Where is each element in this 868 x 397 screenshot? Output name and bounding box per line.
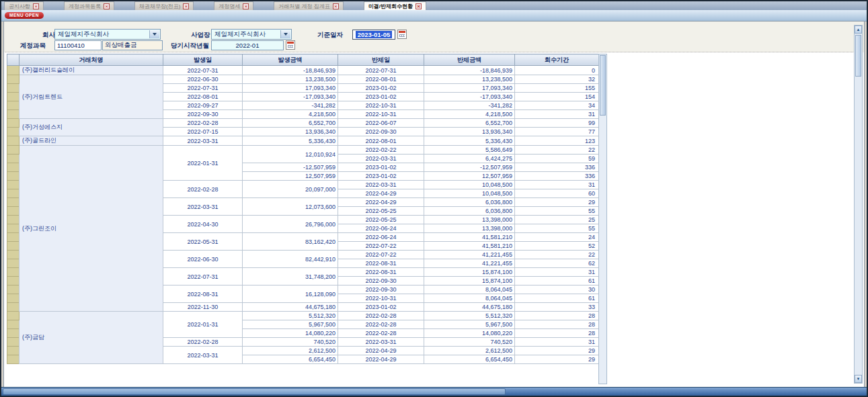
collection-days-cell[interactable]: 31 (515, 268, 599, 277)
row-indicator[interactable] (7, 251, 19, 259)
issue-amount-cell[interactable]: 6,654,450 (243, 355, 338, 364)
settle-amount-cell[interactable]: -12,507,959 (424, 163, 515, 172)
close-icon[interactable]: × (416, 3, 422, 9)
scrollbar-thumb[interactable] (3, 388, 506, 395)
issue-date-cell[interactable]: 2022-08-31 (163, 285, 243, 303)
issue-date-cell[interactable]: 2022-02-28 (163, 181, 243, 198)
account-code-input[interactable]: 11100410 (54, 40, 102, 50)
settle-amount-cell[interactable]: 12,507,959 (424, 172, 515, 181)
settle-date-cell[interactable]: 2022-03-31 (338, 181, 424, 189)
collection-days-cell[interactable]: 22 (515, 146, 599, 155)
settle-amount-cell[interactable]: 41,221,455 (424, 259, 515, 268)
collection-days-cell[interactable]: 62 (515, 259, 599, 268)
settle-amount-cell[interactable]: 41,581,210 (424, 242, 515, 251)
scroll-down-icon[interactable]: ▼ (855, 375, 862, 383)
row-indicator[interactable] (7, 285, 19, 294)
row-indicator[interactable] (7, 216, 19, 224)
settle-amount-cell[interactable]: 6,036,800 (424, 198, 515, 207)
settle-date-cell[interactable]: 2022-06-24 (338, 233, 424, 242)
issue-amount-cell[interactable]: 13,936,340 (243, 128, 338, 136)
settle-date-cell[interactable]: 2022-04-29 (338, 347, 424, 355)
scrollbar-thumb[interactable] (600, 55, 606, 116)
row-indicator[interactable] (7, 294, 19, 303)
issue-date-cell[interactable]: 2022-07-31 (163, 66, 243, 75)
issue-date-cell[interactable]: 2022-04-30 (163, 216, 243, 233)
settle-date-cell[interactable]: 2022-09-30 (338, 128, 424, 136)
settle-date-cell[interactable]: 2022-09-30 (338, 277, 424, 285)
close-icon[interactable]: × (333, 3, 339, 9)
row-indicator[interactable] (7, 66, 19, 75)
row-indicator[interactable] (7, 268, 19, 277)
issue-amount-cell[interactable]: 12,073,600 (243, 198, 338, 216)
settle-date-cell[interactable]: 2022-08-31 (338, 268, 424, 277)
settle-amount-cell[interactable]: 13,936,340 (424, 128, 515, 136)
collection-days-cell[interactable]: 31 (515, 181, 599, 189)
scroll-up-icon[interactable]: ▲ (855, 26, 862, 34)
issue-amount-cell[interactable]: 82,442,910 (243, 251, 338, 268)
tab-2[interactable]: 계정과목등록× (64, 1, 114, 10)
issue-amount-cell[interactable]: 26,796,000 (243, 216, 338, 233)
collection-days-cell[interactable]: 60 (515, 189, 599, 198)
tab-4[interactable]: 계정명세× (214, 1, 253, 10)
vendor-cell[interactable]: (주)그린조이 (19, 146, 163, 312)
settle-amount-cell[interactable]: 13,398,000 (424, 224, 515, 233)
row-indicator[interactable] (7, 172, 19, 181)
settle-amount-cell[interactable]: 5,336,430 (424, 136, 515, 146)
settle-date-cell[interactable]: 2022-06-07 (338, 119, 424, 128)
issue-amount-cell[interactable]: -341,282 (243, 101, 338, 110)
settle-date-cell[interactable]: 2022-02-28 (338, 312, 424, 320)
collection-days-cell[interactable]: 24 (515, 233, 599, 242)
settle-date-cell[interactable]: 2022-06-24 (338, 224, 424, 233)
settle-date-cell[interactable]: 2022-02-28 (338, 329, 424, 338)
collection-days-cell[interactable]: 99 (515, 119, 599, 128)
issue-date-cell[interactable]: 2022-01-31 (163, 146, 243, 181)
issue-date-cell[interactable]: 2022-09-30 (163, 110, 243, 119)
issue-amount-cell[interactable]: 83,162,420 (243, 233, 338, 251)
grid-vertical-scrollbar[interactable] (598, 54, 607, 384)
row-indicator[interactable] (7, 338, 19, 347)
collection-days-cell[interactable]: 28 (515, 312, 599, 320)
column-header[interactable]: 발생일 (163, 54, 243, 66)
collection-days-cell[interactable]: 33 (515, 303, 599, 312)
issue-amount-cell[interactable]: 44,675,180 (243, 303, 338, 312)
tab-3[interactable]: 채권채무장(전표)× (134, 1, 194, 10)
issue-date-cell[interactable]: 2022-03-31 (163, 198, 243, 216)
tab-1[interactable]: 공지사항× (4, 1, 44, 10)
collection-days-cell[interactable]: 29 (515, 355, 599, 364)
row-indicator[interactable] (7, 347, 19, 355)
row-indicator[interactable] (7, 320, 19, 329)
collection-days-cell[interactable]: 22 (515, 251, 599, 259)
settle-amount-cell[interactable]: 41,221,455 (424, 251, 515, 259)
issue-date-cell[interactable]: 2022-08-01 (163, 93, 243, 101)
account-name-field[interactable]: 외상매출금 (102, 40, 163, 50)
calendar-icon[interactable] (397, 30, 407, 39)
settle-amount-cell[interactable]: 4,218,500 (424, 110, 515, 119)
settle-amount-cell[interactable]: 13,398,000 (424, 216, 515, 224)
row-indicator[interactable] (7, 163, 19, 172)
settle-date-cell[interactable]: 2022-05-25 (338, 207, 424, 216)
settle-date-cell[interactable]: 2022-05-25 (338, 216, 424, 224)
row-indicator[interactable] (7, 329, 19, 338)
tab-6[interactable]: 미결/반제회수현황× (364, 1, 426, 10)
row-indicator[interactable] (7, 242, 19, 251)
collection-days-cell[interactable]: 29 (515, 347, 599, 355)
settle-amount-cell[interactable]: 14,080,220 (424, 329, 515, 338)
settle-amount-cell[interactable]: -341,282 (424, 101, 515, 110)
issue-amount-cell[interactable]: 5,512,320 (243, 312, 338, 320)
collection-days-cell[interactable]: 59 (515, 155, 599, 163)
row-indicator[interactable] (7, 303, 19, 312)
collection-days-cell[interactable]: 55 (515, 207, 599, 216)
settle-amount-cell[interactable]: 8,064,045 (424, 294, 515, 303)
chevron-down-icon[interactable] (149, 30, 159, 38)
collection-days-cell[interactable]: 61 (515, 294, 599, 303)
issue-amount-cell[interactable]: 740,520 (243, 338, 338, 347)
close-icon[interactable]: × (243, 3, 249, 9)
row-indicator[interactable] (7, 207, 19, 216)
row-indicator[interactable] (7, 119, 19, 128)
settle-date-cell[interactable]: 2023-01-02 (338, 303, 424, 312)
row-indicator[interactable] (7, 224, 19, 233)
issue-amount-cell[interactable]: -18,846,939 (243, 66, 338, 75)
issue-date-cell[interactable]: 2022-01-31 (163, 312, 243, 338)
collection-days-cell[interactable]: 55 (515, 224, 599, 233)
base-date-input[interactable]: 2023-01-05 (352, 30, 395, 40)
